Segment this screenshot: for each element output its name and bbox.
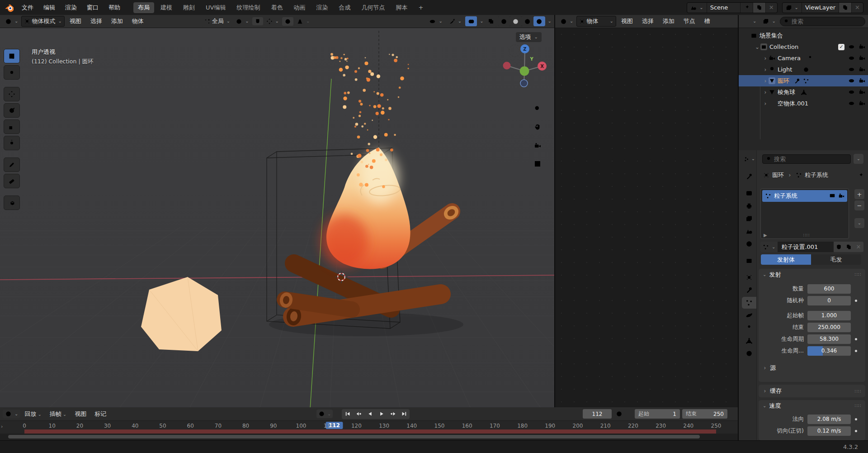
viewport-menu-object[interactable]: 物体 (128, 16, 148, 26)
tab-view-layer[interactable] (742, 213, 756, 224)
timeline-menu-playback[interactable]: 回放⌄ (20, 409, 45, 419)
panel-drag-grip[interactable]: ∷∷ (854, 389, 861, 394)
scene-unlink-button[interactable]: ✕ (765, 3, 777, 13)
menu-window[interactable]: 窗口 (82, 2, 103, 13)
source-subpanel-title[interactable]: 源 (770, 364, 776, 372)
visibility-dropdown[interactable]: ⌄ (427, 17, 444, 26)
render-visibility-camera-icon[interactable] (859, 43, 865, 50)
emission-panel-title[interactable]: 发射 (769, 271, 781, 279)
tab-particles[interactable] (742, 297, 756, 309)
list-specials-dropdown[interactable]: ⌄ (854, 218, 864, 228)
jump-to-end-button[interactable] (398, 409, 410, 419)
tab-scene[interactable] (742, 225, 756, 237)
move-tool[interactable] (4, 87, 20, 101)
animate-dot[interactable] (855, 338, 857, 340)
timeline-menu-marker[interactable]: 标记 (90, 409, 110, 419)
menu-help[interactable]: 帮助 (104, 2, 125, 13)
region-expand-arrow[interactable]: › (1, 424, 3, 429)
shader-menu-node[interactable]: 节点 (679, 16, 699, 26)
tab-modifiers[interactable] (742, 284, 756, 296)
pivot-point-dropdown[interactable]: ⌄ (233, 17, 251, 26)
breadcrumb-object[interactable]: 圆环 (772, 171, 784, 179)
frame-start-field[interactable]: 起始1 (635, 409, 680, 419)
outliner-display-mode-dropdown[interactable]: ⌄ (760, 17, 778, 25)
lifetime-input[interactable]: 58.300 (807, 334, 851, 344)
properties-options-dropdown[interactable]: ⌄ (854, 154, 863, 164)
tab-world[interactable] (742, 238, 756, 250)
shader-slot-dropdown[interactable]: 槽 (700, 16, 712, 26)
tab-emitter[interactable]: 发射体 (761, 254, 811, 265)
panel-drag-grip[interactable]: ∷∷ (854, 403, 861, 408)
snap-settings-dropdown[interactable]: ⌄ (264, 17, 281, 25)
datablock-copy-button[interactable] (844, 242, 854, 252)
next-keyframe-button[interactable] (387, 409, 398, 419)
workspace-tab-modeling[interactable]: 建模 (156, 2, 177, 13)
jump-to-start-button[interactable] (342, 409, 353, 419)
hide-eye-icon[interactable] (848, 77, 855, 84)
view-layer-remove-button[interactable]: ✕ (851, 3, 863, 13)
datablock-browse-button[interactable]: ⌄ (760, 242, 778, 252)
hide-eye-icon[interactable] (848, 43, 855, 50)
shader-menu-view[interactable]: 视图 (617, 16, 637, 26)
editor-type-button-properties[interactable]: ⌄ (742, 153, 756, 165)
overlays-toggle[interactable] (465, 16, 477, 26)
snap-toggle[interactable] (252, 17, 263, 25)
editor-type-button-shader[interactable]: ⌄ (558, 17, 576, 26)
workspace-tab-scripting[interactable]: 脚本 (391, 2, 412, 13)
scene-copy-button[interactable] (753, 3, 765, 13)
proportional-edit-toggle[interactable] (282, 17, 293, 26)
disclosure-right-icon[interactable]: › (762, 89, 769, 95)
list-resize-grip[interactable]: ∷∷ (803, 233, 810, 238)
shading-wireframe-button[interactable] (498, 16, 510, 26)
frame-start-input[interactable]: 1.000 (807, 311, 851, 320)
scene-pin-button[interactable] (740, 3, 753, 13)
tab-hair[interactable]: 毛发 (811, 254, 861, 265)
select-box-tool[interactable] (4, 49, 20, 63)
hide-eye-icon[interactable] (848, 100, 855, 107)
tab-render[interactable] (742, 187, 756, 199)
editor-type-button-outliner[interactable]: ⌄ (741, 17, 759, 25)
shading-rendered-button[interactable] (533, 16, 545, 26)
particle-system-list-item[interactable]: 粒子系统 (762, 190, 847, 202)
outliner-row-icosphere[interactable]: › 棱角球 (739, 86, 868, 98)
list-add-button[interactable]: + (854, 189, 864, 199)
outliner-row-scene-collection[interactable]: 场景集合 (739, 30, 868, 41)
shader-menu-select[interactable]: 选择 (638, 16, 658, 26)
disclosure-down-icon[interactable]: ⌄ (754, 44, 760, 50)
current-frame-field[interactable]: 112 (583, 409, 612, 419)
shader-menu-add[interactable]: 添加 (659, 16, 679, 26)
workspace-tab-geometry-nodes[interactable]: 几何节点 (357, 2, 389, 13)
velocity-normal-input[interactable]: 2.08 m/s (807, 415, 851, 424)
rotate-tool[interactable] (4, 103, 20, 118)
disclosure-right-icon[interactable]: › (762, 100, 769, 107)
empty-object-circle[interactable] (509, 45, 521, 57)
blender-logo-icon[interactable] (5, 3, 14, 12)
velocity-panel-title[interactable]: 速度 (769, 402, 781, 410)
annotate-tool[interactable] (4, 157, 20, 172)
shading-material-button[interactable] (522, 16, 533, 26)
animate-dot[interactable] (855, 418, 857, 420)
panel-collapse-icon[interactable]: ⌄ (763, 404, 766, 408)
outliner-search-input[interactable] (792, 18, 861, 25)
transform-orientation-dropdown[interactable]: 全局⌄ (202, 16, 232, 26)
timeline-scrollbar[interactable] (0, 434, 738, 440)
pin-icon[interactable] (858, 172, 863, 178)
workspace-tab-compositing[interactable]: 合成 (334, 2, 355, 13)
viewport-camera-view-button[interactable] (532, 140, 543, 152)
tab-data[interactable] (742, 335, 756, 347)
menu-file[interactable]: 文件 (17, 2, 38, 13)
properties-search-input[interactable] (774, 156, 847, 162)
animate-dot[interactable] (855, 430, 857, 432)
render-visibility-camera-icon[interactable] (859, 66, 865, 73)
tab-tool[interactable] (742, 171, 756, 182)
list-expand-arrow[interactable]: ▶ (764, 233, 767, 238)
transform-tool[interactable] (4, 136, 20, 150)
frame-end-field[interactable]: 结束250 (682, 409, 727, 419)
proportional-falloff-dropdown[interactable]: ⌄ (294, 17, 312, 26)
scale-tool[interactable] (4, 119, 20, 134)
render-visibility-camera-icon[interactable] (859, 89, 865, 95)
hide-eye-icon[interactable] (848, 55, 855, 62)
timeline-menu-view[interactable]: 视图 (71, 409, 90, 419)
fake-user-shield-button[interactable] (834, 242, 844, 252)
outliner-row-camera[interactable]: › Camera (739, 52, 868, 64)
